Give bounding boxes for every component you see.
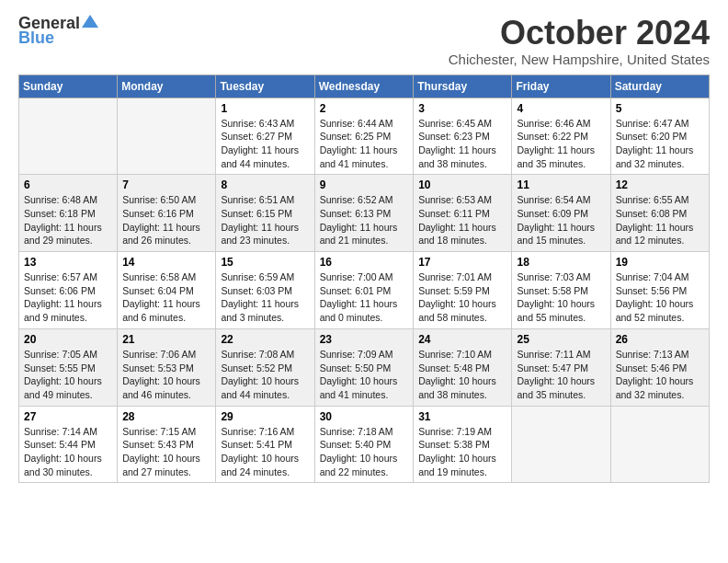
day-number: 30 [320,410,409,423]
day-number: 21 [122,333,210,346]
day-number: 31 [418,410,506,423]
title-block: October 2024 Chichester, New Hampshire, … [449,15,710,67]
table-row: 22Sunrise: 7:08 AM Sunset: 5:52 PM Dayli… [216,328,314,406]
day-number: 6 [24,178,112,191]
table-row: 17Sunrise: 7:01 AM Sunset: 5:59 PM Dayli… [414,252,512,329]
table-row: 30Sunrise: 7:18 AM Sunset: 5:40 PM Dayli… [314,406,414,483]
table-row: 21Sunrise: 7:06 AM Sunset: 5:53 PM Dayli… [118,328,216,406]
header-wednesday: Wednesday [314,75,414,98]
day-info: Sunrise: 7:15 AM Sunset: 5:43 PM Dayligh… [122,425,210,479]
day-info: Sunrise: 6:44 AM Sunset: 6:25 PM Dayligh… [320,117,409,171]
table-row: 4Sunrise: 6:46 AM Sunset: 6:22 PM Daylig… [512,98,610,175]
day-number: 25 [517,333,605,346]
calendar-table: Sunday Monday Tuesday Wednesday Thursday… [18,75,710,484]
day-info: Sunrise: 6:58 AM Sunset: 6:04 PM Dayligh… [122,270,210,325]
table-row [118,98,216,175]
day-info: Sunrise: 7:05 AM Sunset: 5:55 PM Dayligh… [24,348,112,402]
table-row: 28Sunrise: 7:15 AM Sunset: 5:43 PM Dayli… [118,406,216,483]
table-row: 14Sunrise: 6:58 AM Sunset: 6:04 PM Dayli… [118,252,216,329]
day-number: 19 [616,256,704,269]
table-row: 5Sunrise: 6:47 AM Sunset: 6:20 PM Daylig… [610,98,709,175]
day-info: Sunrise: 6:46 AM Sunset: 6:22 PM Dayligh… [517,117,605,171]
table-row: 2Sunrise: 6:44 AM Sunset: 6:25 PM Daylig… [314,98,414,175]
day-info: Sunrise: 6:45 AM Sunset: 6:23 PM Dayligh… [418,117,506,171]
table-row [512,406,610,483]
table-row: 19Sunrise: 7:04 AM Sunset: 5:56 PM Dayli… [610,252,709,329]
day-info: Sunrise: 7:03 AM Sunset: 5:58 PM Dayligh… [517,270,605,325]
table-row: 20Sunrise: 7:05 AM Sunset: 5:55 PM Dayli… [19,328,118,406]
day-number: 15 [221,256,309,269]
month-title: October 2024 [449,15,710,52]
page-container: General Blue October 2024 Chichester, Ne… [0,0,728,492]
table-row: 18Sunrise: 7:03 AM Sunset: 5:58 PM Dayli… [512,252,610,329]
table-row: 9Sunrise: 6:52 AM Sunset: 6:13 PM Daylig… [314,175,414,252]
day-number: 18 [517,256,605,269]
header-thursday: Thursday [414,75,512,98]
table-row: 7Sunrise: 6:50 AM Sunset: 6:16 PM Daylig… [118,175,216,252]
table-row: 6Sunrise: 6:48 AM Sunset: 6:18 PM Daylig… [19,175,118,252]
day-number: 16 [320,256,409,269]
day-info: Sunrise: 7:19 AM Sunset: 5:38 PM Dayligh… [418,425,506,479]
day-number: 13 [24,256,112,269]
day-info: Sunrise: 7:04 AM Sunset: 5:56 PM Dayligh… [616,270,704,325]
table-row [19,98,118,175]
table-row: 12Sunrise: 6:55 AM Sunset: 6:08 PM Dayli… [610,175,709,252]
day-number: 28 [122,410,210,423]
day-info: Sunrise: 6:53 AM Sunset: 6:11 PM Dayligh… [418,193,506,247]
day-number: 22 [221,333,309,346]
calendar-week-row: 27Sunrise: 7:14 AM Sunset: 5:44 PM Dayli… [19,406,710,483]
calendar-header-row: Sunday Monday Tuesday Wednesday Thursday… [19,75,710,98]
calendar-week-row: 6Sunrise: 6:48 AM Sunset: 6:18 PM Daylig… [19,175,710,252]
day-number: 10 [418,178,506,191]
day-number: 3 [418,102,506,115]
table-row: 23Sunrise: 7:09 AM Sunset: 5:50 PM Dayli… [314,328,414,406]
day-number: 5 [616,102,704,115]
day-info: Sunrise: 7:11 AM Sunset: 5:47 PM Dayligh… [517,348,605,402]
header-friday: Friday [512,75,610,98]
location: Chichester, New Hampshire, United States [449,52,710,67]
day-number: 24 [418,333,506,346]
day-info: Sunrise: 6:54 AM Sunset: 6:09 PM Dayligh… [517,193,605,247]
day-number: 12 [616,178,704,191]
table-row: 27Sunrise: 7:14 AM Sunset: 5:44 PM Dayli… [19,406,118,483]
logo-icon [82,13,98,29]
day-number: 7 [122,178,210,191]
table-row: 25Sunrise: 7:11 AM Sunset: 5:47 PM Dayli… [512,328,610,406]
header-monday: Monday [118,75,216,98]
day-info: Sunrise: 7:18 AM Sunset: 5:40 PM Dayligh… [320,425,409,479]
day-number: 11 [517,178,605,191]
day-info: Sunrise: 7:13 AM Sunset: 5:46 PM Dayligh… [616,348,704,402]
table-row: 13Sunrise: 6:57 AM Sunset: 6:06 PM Dayli… [19,252,118,329]
table-row: 26Sunrise: 7:13 AM Sunset: 5:46 PM Dayli… [610,328,709,406]
calendar-week-row: 1Sunrise: 6:43 AM Sunset: 6:27 PM Daylig… [19,98,710,175]
day-info: Sunrise: 6:48 AM Sunset: 6:18 PM Dayligh… [24,193,112,247]
day-number: 1 [221,102,309,115]
calendar-week-row: 20Sunrise: 7:05 AM Sunset: 5:55 PM Dayli… [19,328,710,406]
day-info: Sunrise: 6:57 AM Sunset: 6:06 PM Dayligh… [24,270,112,325]
table-row: 29Sunrise: 7:16 AM Sunset: 5:41 PM Dayli… [216,406,314,483]
table-row: 15Sunrise: 6:59 AM Sunset: 6:03 PM Dayli… [216,252,314,329]
table-row: 31Sunrise: 7:19 AM Sunset: 5:38 PM Dayli… [414,406,512,483]
logo: General Blue [18,15,98,46]
day-info: Sunrise: 7:14 AM Sunset: 5:44 PM Dayligh… [24,425,112,479]
day-info: Sunrise: 6:43 AM Sunset: 6:27 PM Dayligh… [221,117,309,171]
day-info: Sunrise: 6:47 AM Sunset: 6:20 PM Dayligh… [616,117,704,171]
day-info: Sunrise: 7:16 AM Sunset: 5:41 PM Dayligh… [221,425,309,479]
day-info: Sunrise: 6:52 AM Sunset: 6:13 PM Dayligh… [320,193,409,247]
table-row: 3Sunrise: 6:45 AM Sunset: 6:23 PM Daylig… [414,98,512,175]
day-number: 20 [24,333,112,346]
day-info: Sunrise: 7:00 AM Sunset: 6:01 PM Dayligh… [320,270,409,325]
table-row: 16Sunrise: 7:00 AM Sunset: 6:01 PM Dayli… [314,252,414,329]
header-sunday: Sunday [19,75,118,98]
day-info: Sunrise: 6:50 AM Sunset: 6:16 PM Dayligh… [122,193,210,247]
day-number: 4 [517,102,605,115]
logo-blue-text: Blue [18,29,54,46]
day-number: 8 [221,178,309,191]
calendar-week-row: 13Sunrise: 6:57 AM Sunset: 6:06 PM Dayli… [19,252,710,329]
day-number: 14 [122,256,210,269]
header-tuesday: Tuesday [216,75,314,98]
day-info: Sunrise: 7:09 AM Sunset: 5:50 PM Dayligh… [320,348,409,402]
table-row: 10Sunrise: 6:53 AM Sunset: 6:11 PM Dayli… [414,175,512,252]
table-row [610,406,709,483]
header-saturday: Saturday [610,75,709,98]
